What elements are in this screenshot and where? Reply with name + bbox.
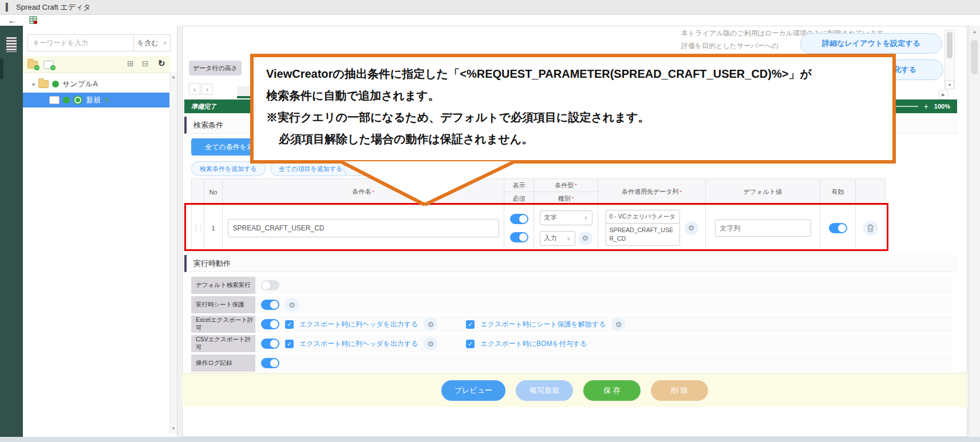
menu-icon[interactable] <box>4 34 19 55</box>
runtime-form: デフォルト検索実行 実行時シート保護 ⚙ Excelエクスポート許可 ✓ エクス… <box>191 277 953 374</box>
collapse-all-icon[interactable]: ⊟ <box>142 59 149 67</box>
tree-node-new[interactable]: 新規 ✎ <box>23 93 169 107</box>
header-condition-type: 条件型* <box>534 179 598 192</box>
bottom-strip <box>0 437 980 442</box>
runtime-row-label: Excelエクスポート許可 <box>191 316 255 333</box>
excel-export-toggle[interactable] <box>261 319 279 329</box>
save-button[interactable]: 保 存 <box>583 380 641 401</box>
csv-export-toggle[interactable] <box>261 339 279 349</box>
tree-node-label: 新規 <box>86 95 101 105</box>
excel-header-checkbox[interactable]: ✓ <box>285 320 294 329</box>
expand-all-icon[interactable]: ⊞ <box>127 59 134 67</box>
header-actions <box>856 179 886 205</box>
tab-next-icon[interactable]: › <box>201 83 213 95</box>
window-title: Spread Craft エディタ <box>16 2 91 13</box>
checkbox-label: エクスポート時に列ヘッダを出力する <box>299 320 418 329</box>
callout-line: 必須項目解除した場合の動作は保証されません。 <box>266 128 880 150</box>
preview-button[interactable]: プレビュー <box>441 380 505 401</box>
scroll-down-icon[interactable]: ▼ <box>945 80 954 89</box>
header-no: No <box>204 179 223 205</box>
runtime-row: Excelエクスポート許可 ✓ エクスポート時に列ヘッダを出力する ⚙ ✓ エク… <box>191 316 953 333</box>
checkbox-label: エクスポート時に列ヘッダを出力する <box>299 339 418 349</box>
runtime-row: デフォルト検索実行 <box>191 277 953 294</box>
match-mode-value: を含む <box>137 38 159 48</box>
runtime-row-label: CSVエクスポート許可 <box>191 335 255 352</box>
add-view-icon[interactable]: + <box>44 61 54 69</box>
chevron-down-icon: ∨ <box>163 40 167 46</box>
rail-notch <box>0 58 3 79</box>
annotation-callout: ViewCreatorの抽出条件に指定した「<%REQUEST_PARAMETE… <box>250 54 896 164</box>
app-root: ▍ Spread Craft エディタ ← キーワードを入力 を含む ∨ + +… <box>0 0 980 442</box>
header-target-column: 条件適用先データ列* <box>598 179 706 205</box>
nav-toolbar: ← <box>0 15 980 26</box>
refresh-icon[interactable]: ↻ <box>158 59 165 67</box>
tree-node-label: サンプルA <box>62 79 98 89</box>
runtime-row: 実行時シート保護 ⚙ <box>191 296 953 313</box>
back-icon[interactable]: ← <box>8 16 17 25</box>
status-dot-icon <box>63 97 70 103</box>
sheet-icon <box>49 96 60 104</box>
pencil-icon[interactable]: ✎ <box>104 96 110 105</box>
checkbox-label: エクスポート時にBOMを付与する <box>480 339 587 349</box>
highlight-rectangle <box>184 203 888 251</box>
scroll-right-icon[interactable]: ▶ <box>939 90 948 99</box>
header-default-value: デフォルト値 <box>706 179 820 205</box>
tree-node-sample-a[interactable]: ▾ サンプルA <box>23 77 169 91</box>
copy-new-button[interactable]: 複写新規 <box>516 380 573 401</box>
layout-settings-button[interactable]: 詳細なレイアウトを設定する <box>800 33 942 54</box>
default-search-toggle[interactable] <box>261 280 279 290</box>
header-enabled: 有効 <box>820 179 856 205</box>
match-mode-select[interactable]: を含む ∨ <box>134 34 171 51</box>
active-sheet-tab[interactable] <box>237 86 251 98</box>
folder-icon <box>38 80 49 88</box>
csv-header-gear-icon[interactable]: ⚙ <box>424 337 437 351</box>
checkbox-label: エクスポート時にシート保護を解除する <box>480 320 606 329</box>
callout-tail <box>338 159 521 208</box>
status-dot-icon <box>52 81 59 87</box>
delete-button[interactable]: 削 除 <box>651 380 708 401</box>
csv-bom-checkbox[interactable]: ✓ <box>466 340 475 348</box>
row-height-button[interactable]: データ行の高さ <box>189 61 242 75</box>
callout-line: ViewCreatorの抽出条件に指定した「<%REQUEST_PARAMETE… <box>266 63 880 85</box>
zoom-in-icon[interactable]: + <box>924 102 928 110</box>
tab-prev-icon[interactable]: ‹ <box>189 83 200 95</box>
runtime-row-label: 操作ログ記録 <box>191 355 255 372</box>
spreadsheet-file-icon[interactable] <box>29 16 38 25</box>
add-folder-icon[interactable]: + <box>27 61 38 69</box>
runtime-row: 操作ログ記録 <box>191 355 953 372</box>
active-ring-icon <box>73 95 82 105</box>
runtime-row-label: デフォルト検索実行 <box>191 277 255 294</box>
sheet-protect-gear-icon[interactable]: ⚙ <box>285 298 299 312</box>
scroll-down-icon[interactable]: ▼ <box>170 426 177 431</box>
keyword-search-input[interactable]: キーワードを入力 <box>27 34 134 51</box>
callout-line: 検索条件に自動で追加されます。 <box>266 85 880 106</box>
caret-down-icon[interactable]: ▾ <box>32 81 35 87</box>
runtime-row-label: 実行時シート保護 <box>191 296 255 313</box>
csv-header-checkbox[interactable]: ✓ <box>285 340 294 348</box>
page-scrollbar[interactable]: ▲ <box>969 26 980 437</box>
footer-bar: プレビュー 複写新規 保 存 削 除 <box>182 373 967 407</box>
page-scrollbar-thumb[interactable] <box>971 40 978 74</box>
operation-log-toggle[interactable] <box>261 358 279 368</box>
status-ready-label: 準備完了 <box>191 102 216 111</box>
runtime-row: CSVエクスポート許可 ✓ エクスポート時に列ヘッダを出力する ⚙ ✓ エクスポ… <box>191 335 953 352</box>
excel-unprotect-gear-icon[interactable]: ⚙ <box>611 317 625 331</box>
zoom-level: 100% <box>934 103 950 110</box>
app-icon: ▍ <box>6 3 11 11</box>
scroll-up-icon[interactable]: ▲ <box>969 29 980 34</box>
callout-line: ※実行クエリの一部になるため、デフォルトで必須項目に設定されます。 <box>266 106 880 128</box>
tree-scrollbar[interactable]: ▲ ▼ <box>169 72 177 433</box>
scrollbar-thumb[interactable] <box>947 32 953 58</box>
window-titlebar: ▍ Spread Craft エディタ <box>0 0 980 15</box>
sheet-protect-toggle[interactable] <box>261 300 279 310</box>
excel-unprotect-checkbox[interactable]: ✓ <box>466 320 475 329</box>
left-rail <box>0 26 23 437</box>
header-drag <box>192 179 204 205</box>
trial-notice-line2: 評価を目的としたサーバーへの <box>681 41 779 51</box>
scroll-up-icon[interactable]: ▲ <box>170 74 177 79</box>
section-runtime-behavior: 実行時動作 <box>184 255 957 272</box>
excel-header-gear-icon[interactable]: ⚙ <box>424 317 437 331</box>
